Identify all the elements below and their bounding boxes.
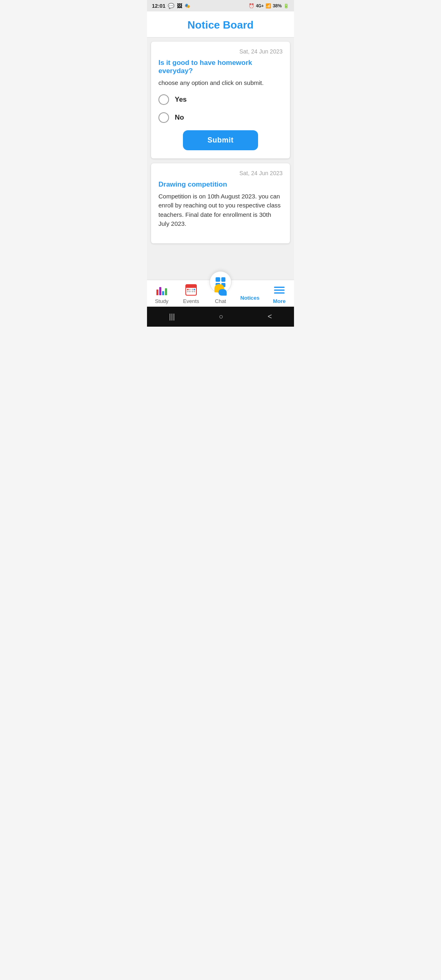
bar-4 bbox=[165, 288, 167, 295]
poll-no-label: No bbox=[175, 114, 184, 122]
notice-1-body: choose any option and click on submit. bbox=[158, 78, 283, 88]
study-chart-icon bbox=[156, 285, 167, 295]
poll-option-yes[interactable]: Yes bbox=[158, 94, 283, 105]
notification-icon: 🎭 bbox=[185, 3, 190, 9]
bar-3 bbox=[162, 291, 164, 295]
recent-apps-button[interactable]: ||| bbox=[169, 312, 175, 321]
status-right-icons: ⏰ 4G+ 📶 38% 🔋 bbox=[249, 3, 289, 9]
chat-bubble-blue bbox=[218, 289, 227, 296]
network-label: 4G+ bbox=[256, 4, 264, 8]
time-display: 12:01 bbox=[152, 3, 165, 9]
more-label: More bbox=[273, 298, 285, 304]
hamburger-icon bbox=[274, 287, 285, 294]
cal-dot-7 bbox=[192, 291, 193, 292]
app-header: Notice Board bbox=[147, 11, 294, 38]
notices-label: Notices bbox=[241, 295, 260, 301]
battery-label: 38% bbox=[273, 3, 282, 8]
whatsapp-icon: 💬 bbox=[168, 3, 174, 9]
radio-yes[interactable] bbox=[158, 94, 169, 105]
alarm-icon: ⏰ bbox=[249, 3, 254, 9]
notices-list: Sat, 24 Jun 2023 Is it good to have home… bbox=[147, 38, 294, 280]
events-label: Events bbox=[183, 298, 199, 304]
nav-events[interactable]: Events bbox=[176, 283, 206, 304]
bar-2 bbox=[159, 287, 161, 295]
cal-dot-5 bbox=[187, 291, 189, 292]
nav-notices[interactable]: Notices bbox=[235, 295, 265, 301]
notices-cell-2 bbox=[221, 277, 226, 282]
calendar-grid bbox=[186, 288, 196, 293]
notice-2-title: Drawing competition bbox=[158, 180, 283, 189]
more-line-1 bbox=[274, 287, 285, 288]
notice-2-date: Sat, 24 Jun 2023 bbox=[158, 170, 283, 176]
study-nav-icon bbox=[155, 283, 168, 296]
notices-cell-1 bbox=[216, 277, 220, 282]
calendar-header bbox=[186, 285, 196, 288]
notice-1-date: Sat, 24 Jun 2023 bbox=[158, 48, 283, 55]
submit-wrap: Submit bbox=[158, 130, 283, 150]
page-title: Notice Board bbox=[187, 19, 254, 31]
status-time: 12:01 💬 🖼 🎭 bbox=[152, 3, 190, 9]
signal-icon: 📶 bbox=[265, 3, 271, 9]
notice-card-1: Sat, 24 Jun 2023 Is it good to have home… bbox=[151, 42, 290, 158]
nav-study[interactable]: Study bbox=[147, 283, 176, 304]
nav-more[interactable]: More bbox=[265, 283, 294, 304]
home-button[interactable]: ○ bbox=[219, 312, 223, 321]
status-bar: 12:01 💬 🖼 🎭 ⏰ 4G+ 📶 38% 🔋 bbox=[147, 0, 294, 11]
cal-dot-8 bbox=[194, 291, 195, 292]
more-line-2 bbox=[274, 290, 285, 291]
bar-1 bbox=[156, 290, 158, 295]
poll-yes-label: Yes bbox=[175, 96, 187, 104]
poll-option-no[interactable]: No bbox=[158, 112, 283, 123]
notice-card-2: Sat, 24 Jun 2023 Drawing competition Com… bbox=[151, 163, 290, 243]
device-navigation-bar: ||| ○ < bbox=[147, 307, 294, 327]
image-icon: 🖼 bbox=[177, 3, 182, 9]
bottom-navigation: Study Events bbox=[147, 280, 294, 307]
notice-2-body: Competition is on 10th August 2023. you … bbox=[158, 192, 283, 229]
radio-no[interactable] bbox=[158, 112, 169, 123]
battery-icon: 🔋 bbox=[283, 3, 289, 9]
submit-button[interactable]: Submit bbox=[183, 130, 258, 150]
chat-bubbles-icon bbox=[214, 284, 227, 296]
cal-dot-3 bbox=[192, 289, 193, 290]
chat-nav-icon bbox=[214, 283, 227, 296]
chat-label: Chat bbox=[215, 298, 226, 304]
study-label: Study bbox=[155, 298, 168, 304]
back-button[interactable]: < bbox=[267, 312, 272, 321]
notice-1-title: Is it good to have homework everyday? bbox=[158, 59, 283, 75]
more-line-3 bbox=[274, 292, 285, 294]
cal-dot-4 bbox=[194, 289, 195, 290]
cal-dot-6 bbox=[189, 291, 191, 292]
cal-dot-2 bbox=[189, 289, 191, 290]
cal-dot-1 bbox=[187, 289, 189, 290]
more-nav-icon bbox=[273, 283, 286, 296]
events-nav-icon bbox=[185, 283, 198, 296]
calendar-icon bbox=[185, 284, 197, 296]
